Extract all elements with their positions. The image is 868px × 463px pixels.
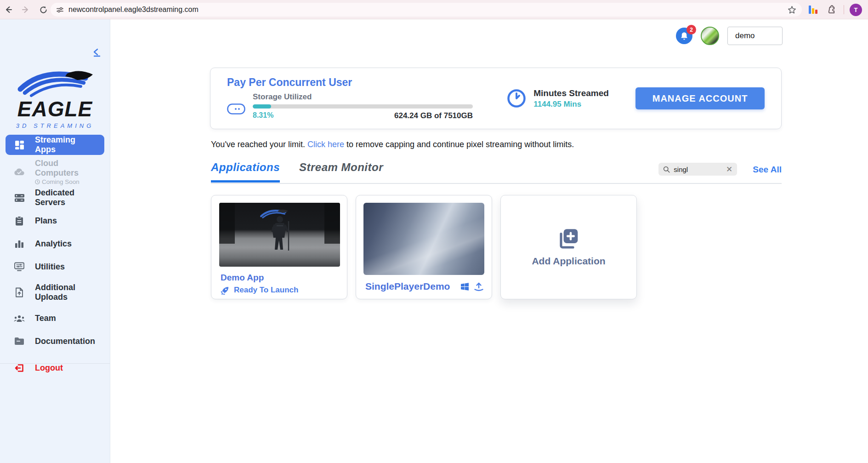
- browser-back-icon[interactable]: [3, 4, 14, 15]
- limit-notice: You've reached your limit. Click here to…: [211, 140, 574, 149]
- main-content: 2 demo Pay Per Concurrent User Storage U…: [110, 19, 868, 463]
- folder-icon: [14, 336, 25, 347]
- app-name[interactable]: SinglePlayerDemo: [365, 281, 450, 292]
- sidebar-item-dedicated-servers[interactable]: Dedicated Servers: [0, 186, 110, 209]
- add-application-icon: [557, 228, 580, 251]
- sidebar-item-team[interactable]: Team: [0, 307, 110, 330]
- sidebar-item-label: Streaming Apps: [35, 135, 90, 154]
- add-application-label: Add Application: [532, 256, 605, 267]
- plan-title: Pay Per Concurrent User: [227, 76, 488, 89]
- sidebar-item-logout[interactable]: Logout: [0, 356, 110, 379]
- app-status: Ready To Launch: [234, 286, 298, 295]
- sidebar-divider: [0, 363, 110, 364]
- clipboard-icon: [14, 215, 25, 226]
- dashboard-icon: [14, 139, 25, 150]
- server-icon: [14, 192, 25, 203]
- rocket-icon: [221, 286, 229, 295]
- coming-soon-label: Coming Soon: [42, 178, 79, 185]
- eagle-logo: EAGLE 3D STREAMING: [0, 65, 110, 129]
- sidebar-item-label: Cloud Computers: [35, 159, 90, 177]
- see-all-link[interactable]: See All: [753, 165, 782, 175]
- storage-progress-bar: [253, 104, 473, 109]
- account-name-box[interactable]: demo: [727, 27, 783, 45]
- sidebar-item-additional-uploads[interactable]: Additional Uploads: [0, 278, 110, 307]
- account-topbar: 2 demo: [676, 27, 783, 45]
- tabs-row: Applications Stream Monitor ✕ See All: [211, 161, 782, 184]
- eagle-swoosh-icon: [16, 65, 95, 98]
- notifications-button[interactable]: 2: [676, 28, 692, 44]
- storage-progress-fill: [253, 104, 271, 109]
- bar-chart-icon: [14, 238, 25, 249]
- app-shell: EAGLE 3D STREAMING Streaming Apps Cloud …: [0, 19, 868, 463]
- file-upload-icon: [14, 287, 25, 298]
- minutes-value: 1144.95 Mins: [533, 100, 609, 109]
- sidebar-item-label: Logout: [35, 363, 90, 373]
- sidebar-item-label: Team: [35, 314, 90, 323]
- tab-stream-monitor[interactable]: Stream Monitor: [299, 161, 383, 180]
- sidebar-item-label: Documentation: [35, 337, 90, 346]
- limit-notice-suffix: to remove capping and continue pixel str…: [344, 140, 574, 149]
- url-text[interactable]: newcontrolpanel.eagle3dstreaming.com: [68, 6, 788, 14]
- windows-icon: [461, 283, 469, 291]
- remove-capping-link[interactable]: Click here: [307, 140, 344, 149]
- browser-reload-icon[interactable]: [38, 4, 49, 15]
- chrome-separator: [844, 5, 844, 14]
- storage-percent: 8.31%: [253, 111, 273, 120]
- sidebar-item-utilities[interactable]: Utilities: [0, 255, 110, 278]
- storage-drive-icon: [227, 103, 245, 116]
- storage-usage: 624.24 GB of 7510GB: [394, 111, 473, 120]
- sidebar-item-plans[interactable]: Plans: [0, 209, 110, 232]
- manage-account-button[interactable]: MANAGE ACCOUNT: [635, 87, 765, 109]
- storage-label: Storage Utilized: [253, 92, 488, 102]
- coming-soon-clock-icon: [35, 179, 40, 184]
- minutes-streamed-block: Minutes Streamed 1144.95 Mins: [507, 88, 635, 109]
- tab-applications[interactable]: Applications: [211, 161, 280, 183]
- search-input[interactable]: [674, 166, 726, 173]
- app-card-singleplayerdemo[interactable]: SinglePlayerDemo: [356, 195, 492, 299]
- browser-profile-avatar[interactable]: T: [850, 4, 862, 16]
- sidebar-item-label: Additional Uploads: [35, 283, 90, 302]
- sidebar-item-label: Analytics: [35, 239, 90, 249]
- app-status-row: Ready To Launch: [221, 286, 298, 295]
- notification-badge: 2: [686, 25, 696, 34]
- upload-icon[interactable]: [474, 282, 484, 291]
- sidebar: EAGLE 3D STREAMING Streaming Apps Cloud …: [0, 19, 110, 463]
- clock-icon: [507, 89, 526, 108]
- logo-tagline: 3D STREAMING: [0, 122, 110, 129]
- app-name[interactable]: Demo App: [221, 273, 264, 283]
- demo-app-thumbnail: [219, 203, 340, 267]
- extensions-puzzle-icon[interactable]: [827, 5, 836, 16]
- logo-wordmark: EAGLE: [0, 98, 110, 120]
- sidebar-nav: Streaming Apps Cloud Computers Coming So…: [0, 135, 110, 379]
- plan-summary-card: Pay Per Concurrent User Storage Utilized…: [210, 68, 782, 129]
- cloud-icon: [14, 166, 25, 177]
- sidebar-collapse-icon[interactable]: [91, 48, 102, 59]
- address-bar[interactable]: newcontrolpanel.eagle3dstreaming.com: [51, 3, 802, 17]
- sidebar-item-streaming-apps[interactable]: Streaming Apps: [6, 135, 104, 155]
- sidebar-item-documentation[interactable]: Documentation: [0, 330, 110, 353]
- sidebar-item-label: Dedicated Servers: [35, 188, 90, 207]
- sidebar-item-label: Utilities: [35, 262, 90, 272]
- application-cards: Demo App Ready To Launch SinglePlayerDem…: [211, 195, 637, 299]
- sidebar-item-cloud-computers: Cloud Computers Coming Soon: [0, 158, 110, 186]
- bookmark-star-icon[interactable]: [788, 6, 796, 14]
- logout-icon: [14, 362, 25, 373]
- sidebar-item-label: Plans: [35, 216, 90, 226]
- limit-notice-prefix: You've reached your limit.: [211, 140, 307, 149]
- app-search-box[interactable]: ✕: [658, 163, 737, 176]
- sidebar-item-analytics[interactable]: Analytics: [0, 232, 110, 255]
- monitor-sliders-icon: [14, 261, 25, 272]
- site-settings-icon[interactable]: [56, 6, 64, 14]
- minutes-label: Minutes Streamed: [533, 88, 609, 98]
- browser-forward-icon[interactable]: [20, 4, 31, 15]
- search-icon: [663, 166, 670, 173]
- colorful-extension-icon[interactable]: [809, 5, 817, 14]
- user-avatar[interactable]: [701, 27, 719, 45]
- people-icon: [14, 313, 25, 324]
- clear-search-icon[interactable]: ✕: [726, 166, 732, 173]
- bell-icon: [680, 32, 688, 40]
- add-application-card[interactable]: Add Application: [500, 195, 637, 299]
- app-card-demo-app[interactable]: Demo App Ready To Launch: [211, 195, 347, 299]
- character-silhouette: [267, 215, 292, 263]
- singleplayerdemo-thumbnail: [363, 203, 484, 275]
